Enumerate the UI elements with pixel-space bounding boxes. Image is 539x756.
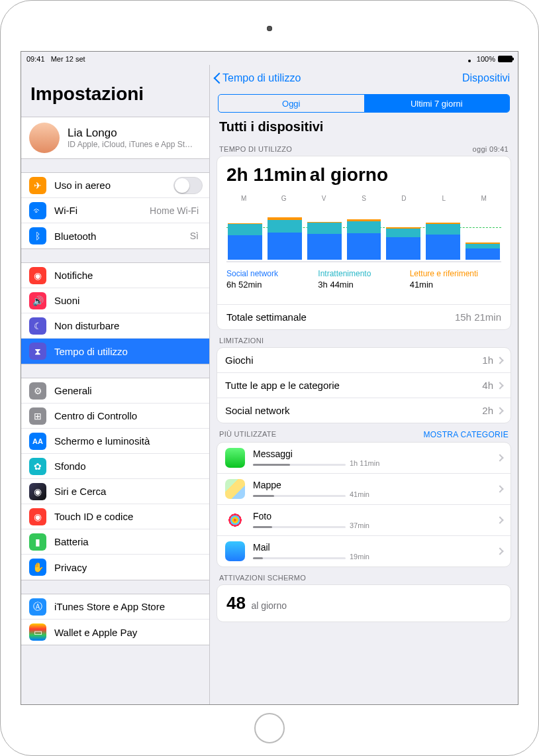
chevron-right-icon xyxy=(496,407,503,414)
status-date: Mer 12 set xyxy=(51,55,85,63)
gear-icon: ⚙ xyxy=(29,382,46,400)
chevron-left-icon xyxy=(214,72,221,84)
sidebar-item-sounds[interactable]: 🔊 Suoni xyxy=(21,288,209,313)
usage-chart xyxy=(226,209,501,262)
back-button[interactable]: Tempo di utilizzo xyxy=(214,72,301,84)
sidebar-item-airplane[interactable]: ✈ Uso in aereo xyxy=(21,173,209,198)
wifi-row-icon: ᯤ xyxy=(29,202,46,219)
app-row-maps[interactable]: Mappe 41min xyxy=(217,474,511,505)
chevron-right-icon xyxy=(496,356,503,364)
segment-week[interactable]: Ultimi 7 giorni xyxy=(364,95,510,112)
limits-header: LIMITAZIONI xyxy=(219,337,264,345)
chevron-right-icon xyxy=(496,382,503,389)
pickups-unit: al giorno xyxy=(251,600,287,611)
sidebar-item-control-center[interactable]: ⊞ Centro di Controllo xyxy=(21,404,209,429)
pickups-header: ATTIVAZIONI SCHERMO xyxy=(219,574,306,582)
app-row-photos[interactable]: Foto 37min xyxy=(217,505,511,536)
aa-icon: AA xyxy=(29,433,46,450)
bluetooth-icon: ᛒ xyxy=(29,227,46,244)
sidebar-item-battery[interactable]: ▮ Batteria xyxy=(21,529,209,555)
sidebar-item-wallpaper[interactable]: ✿ Sfondo xyxy=(21,454,209,479)
limit-row-social[interactable]: Social network 2h xyxy=(217,398,511,423)
chevron-right-icon xyxy=(496,485,503,492)
maps-icon xyxy=(225,479,245,499)
chevron-right-icon xyxy=(496,547,503,555)
sidebar-item-siri[interactable]: ◉ Siri e Cerca xyxy=(21,479,209,504)
segment-today[interactable]: Oggi xyxy=(219,95,364,112)
hand-icon: ✋ xyxy=(29,559,46,576)
siri-icon: ◉ xyxy=(29,483,46,500)
status-time: 09:41 xyxy=(26,55,45,63)
app-row-messages[interactable]: Messaggi 1h 11min xyxy=(217,443,511,474)
detail-pane: Tempo di utilizzo Dispositivi Oggi Ultim… xyxy=(210,65,518,704)
avatar xyxy=(29,123,60,153)
avg-time: 2h 11min xyxy=(226,164,307,185)
battery-row-icon: ▮ xyxy=(29,533,46,551)
sidebar-item-touchid[interactable]: ◉ Touch ID e codice xyxy=(21,504,209,529)
usage-header: TEMPO DI UTILIZZO xyxy=(219,145,292,153)
flower-icon: ✿ xyxy=(29,458,46,475)
limit-row-all[interactable]: Tutte le app e le categorie 4h xyxy=(217,373,511,398)
sidebar-item-wallet[interactable]: ▭ Wallet e Apple Pay xyxy=(21,620,209,645)
sidebar-item-dnd[interactable]: ☾ Non disturbare xyxy=(21,313,209,339)
app-row-mail[interactable]: Mail 19min xyxy=(217,536,511,567)
sidebar-item-screentime[interactable]: ⧗ Tempo di utilizzo xyxy=(21,339,209,364)
wifi-icon xyxy=(465,54,474,64)
settings-sidebar: Impostazioni Lia Longo ID Apple, iCloud,… xyxy=(21,65,210,704)
avg-time-unit: al giorno xyxy=(310,164,388,185)
photos-icon xyxy=(225,510,245,530)
sidebar-item-bluetooth[interactable]: ᛒ Bluetooth Sì xyxy=(21,223,209,248)
devices-button[interactable]: Dispositivi xyxy=(462,72,510,84)
most-used-header: PIÙ UTILIZZATE xyxy=(219,430,277,439)
airplane-icon: ✈ xyxy=(29,177,46,194)
sidebar-title: Impostazioni xyxy=(21,65,209,110)
switches-icon: ⊞ xyxy=(29,407,46,425)
profile-sub: ID Apple, iCloud, iTunes e App St… xyxy=(68,140,193,149)
weekly-total-value: 15h 21min xyxy=(455,311,501,323)
airplane-toggle[interactable] xyxy=(173,177,203,194)
show-categories-link[interactable]: MOSTRA CATEGORIE xyxy=(423,430,509,439)
moon-icon: ☾ xyxy=(29,317,46,335)
chevron-right-icon xyxy=(496,516,503,523)
usage-header-right: oggi 09:41 xyxy=(473,145,509,153)
battery-percent: 100% xyxy=(477,55,495,63)
wallet-icon: ▭ xyxy=(29,623,46,641)
sidebar-item-wifi[interactable]: ᯤ Wi-Fi Home Wi-Fi xyxy=(21,198,209,223)
limit-row-games[interactable]: Giochi 1h xyxy=(217,348,511,373)
sidebar-item-notifications[interactable]: ◉ Notifiche xyxy=(21,263,209,288)
hourglass-icon: ⧗ xyxy=(29,343,46,360)
time-range-segment[interactable]: Oggi Ultimi 7 giorni xyxy=(218,94,510,113)
chevron-right-icon xyxy=(496,454,503,461)
sidebar-item-privacy[interactable]: ✋ Privacy xyxy=(21,555,209,580)
usage-card[interactable]: 2h 11min al giorno M G V S D L M xyxy=(217,156,511,330)
appstore-icon: Ⓐ xyxy=(29,598,46,616)
mail-icon xyxy=(225,541,245,561)
weekly-total-label: Totale settimanale xyxy=(226,311,307,323)
speaker-icon: 🔊 xyxy=(29,292,46,309)
bell-icon: ◉ xyxy=(29,267,46,284)
limits-list: Giochi 1h Tutte le app e le categorie 4h… xyxy=(217,347,511,423)
battery-icon xyxy=(498,56,513,62)
sidebar-item-general[interactable]: ⚙ Generali xyxy=(21,378,209,404)
profile-name: Lia Longo xyxy=(68,127,193,140)
messages-icon xyxy=(225,448,245,468)
fingerprint-icon: ◉ xyxy=(29,508,46,525)
all-devices-title: Tutti i dispositivi xyxy=(210,119,518,138)
most-used-list: Messaggi 1h 11min Mappe xyxy=(217,442,511,567)
pickups-card[interactable]: 48 al giorno xyxy=(217,584,511,622)
sidebar-item-appstore[interactable]: Ⓐ iTunes Store e App Store xyxy=(21,594,209,620)
apple-id-row[interactable]: Lia Longo ID Apple, iCloud, iTunes e App… xyxy=(21,117,209,158)
status-bar: 09:41 Mer 12 set 100% xyxy=(21,52,518,65)
pickups-value: 48 xyxy=(226,593,246,613)
sidebar-item-display[interactable]: AA Schermo e luminosità xyxy=(21,429,209,454)
